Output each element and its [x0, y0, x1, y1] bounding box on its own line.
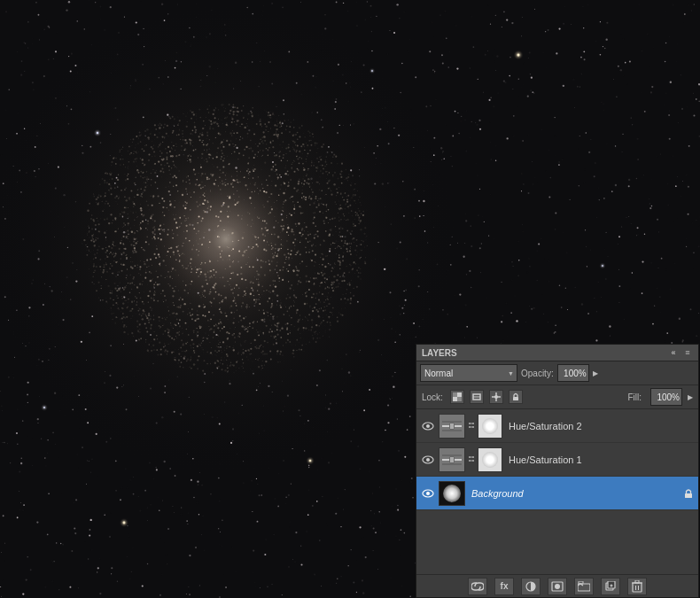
- layer-thumb-group-background: [439, 481, 465, 506]
- new-group-btn[interactable]: [574, 578, 594, 595]
- lock-image-btn[interactable]: [470, 390, 484, 404]
- svg-point-13: [426, 458, 430, 462]
- blend-mode-select[interactable]: Normal Dissolve Multiply Screen Overlay …: [420, 364, 517, 382]
- layers-panel-title: LAYERS: [422, 348, 457, 358]
- opacity-label: Opacity:: [521, 369, 554, 378]
- svg-rect-2: [457, 392, 462, 397]
- layer-thumb-group-hue-sat-2: [439, 414, 502, 439]
- svg-point-19: [555, 584, 560, 589]
- layers-toolbar: fx: [416, 574, 698, 597]
- svg-rect-26: [633, 583, 642, 592]
- layers-list-empty-space: [416, 510, 698, 546]
- blend-mode-row: Normal Dissolve Multiply Screen Overlay …: [416, 361, 698, 385]
- opacity-input[interactable]: [557, 364, 589, 382]
- layer-thumb-group-hue-sat-1: [439, 447, 502, 472]
- layer-item-hue-sat-1[interactable]: Hue/Saturation 1: [416, 443, 698, 477]
- link-layers-btn[interactable]: [468, 578, 487, 595]
- layer-name-hue-sat-1: Hue/Saturation 1: [505, 454, 695, 465]
- layer-lock-icon-background: [682, 487, 695, 500]
- delete-layer-btn[interactable]: [627, 578, 647, 595]
- panel-menu-btn[interactable]: ≡: [682, 347, 693, 358]
- blend-mode-wrapper: Normal Dissolve Multiply Screen Overlay …: [420, 364, 517, 382]
- layer-item-hue-sat-2[interactable]: Hue/Saturation 2: [416, 409, 698, 443]
- svg-rect-9: [513, 397, 518, 400]
- layers-panel: LAYERS « ≡ Normal Dissolve Multiply Scre…: [416, 344, 699, 598]
- fill-input[interactable]: [650, 388, 682, 406]
- layer-adj-thumb-hue-sat-2: [439, 414, 465, 439]
- fill-arrow[interactable]: ▶: [688, 393, 693, 401]
- svg-rect-16: [685, 493, 692, 498]
- layer-name-hue-sat-2: Hue/Saturation 2: [505, 421, 695, 431]
- new-layer-btn[interactable]: [601, 578, 620, 595]
- layer-eye-hue-sat-2[interactable]: [420, 418, 436, 434]
- panel-header-controls: « ≡: [668, 347, 693, 358]
- lock-checkerboard-btn[interactable]: [450, 390, 464, 404]
- panel-collapse-btn[interactable]: «: [668, 347, 679, 358]
- lock-label: Lock:: [422, 392, 443, 402]
- layer-chain-hue-sat-2: [466, 419, 477, 433]
- lock-row: Lock:: [416, 385, 698, 409]
- svg-point-8: [494, 395, 498, 399]
- lock-all-btn[interactable]: [509, 390, 523, 404]
- layer-eye-background[interactable]: [420, 485, 436, 501]
- layer-chain-hue-sat-1: [466, 453, 477, 467]
- lock-position-btn[interactable]: [489, 390, 503, 404]
- layer-adj-thumb-hue-sat-1: [439, 447, 465, 472]
- svg-rect-0: [453, 392, 457, 397]
- layer-mask-hue-sat-1: [478, 447, 502, 472]
- fx-btn[interactable]: fx: [494, 578, 514, 595]
- fx-label: fx: [501, 581, 509, 591]
- add-adjustment-btn[interactable]: [521, 578, 541, 595]
- layer-thumb-background: [439, 481, 465, 506]
- svg-point-15: [426, 492, 430, 495]
- layer-eye-hue-sat-1[interactable]: [420, 452, 436, 468]
- opacity-arrow[interactable]: ▶: [593, 369, 602, 377]
- svg-rect-3: [453, 397, 457, 401]
- svg-point-11: [426, 424, 430, 428]
- layer-name-background: Background: [468, 488, 680, 499]
- svg-rect-21: [579, 581, 583, 584]
- fill-label: Fill:: [627, 392, 642, 402]
- layers-list: Hue/Saturation 2: [416, 409, 698, 574]
- layers-panel-header: LAYERS « ≡: [416, 345, 698, 361]
- svg-rect-1: [457, 397, 462, 401]
- add-mask-btn[interactable]: [548, 578, 567, 595]
- layer-item-background[interactable]: Background: [416, 477, 698, 510]
- layer-mask-hue-sat-2: [478, 414, 502, 439]
